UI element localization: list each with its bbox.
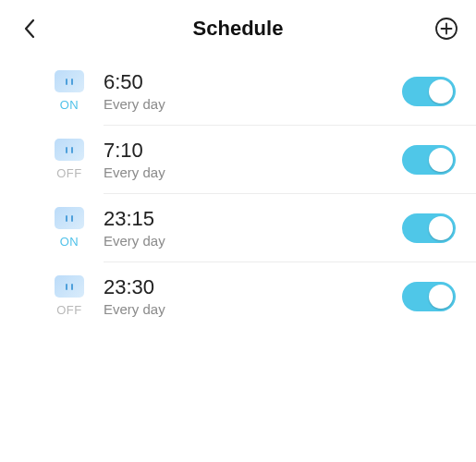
schedule-action-indicator: ON — [41, 70, 98, 112]
plus-circle-icon — [434, 17, 458, 41]
schedule-row[interactable]: OFF 7:10 Every day — [0, 126, 476, 193]
schedule-action-label: OFF — [56, 166, 82, 180]
schedule-repeat: Every day — [104, 233, 264, 249]
add-schedule-button[interactable] — [433, 16, 459, 42]
chevron-left-icon — [22, 18, 37, 39]
schedule-repeat: Every day — [104, 164, 264, 180]
schedule-info: 23:15 Every day — [98, 207, 264, 248]
schedule-row[interactable]: OFF 23:30 Every day — [0, 262, 476, 330]
schedule-info: 6:50 Every day — [98, 70, 264, 111]
schedule-action-label: ON — [60, 98, 79, 112]
schedule-time: 7:10 — [104, 139, 264, 162]
schedule-repeat: Every day — [104, 96, 264, 112]
toggle-knob — [429, 216, 453, 240]
outlet-icon — [55, 139, 84, 161]
schedule-action-label: OFF — [56, 303, 82, 317]
schedule-enable-toggle[interactable] — [402, 77, 456, 106]
page-title: Schedule — [193, 17, 284, 41]
outlet-icon — [55, 70, 84, 92]
schedule-info: 23:30 Every day — [98, 275, 264, 316]
outlet-icon — [55, 275, 84, 298]
schedule-time: 6:50 — [104, 70, 264, 93]
schedule-action-indicator: OFF — [41, 275, 98, 317]
schedule-list: ON 6:50 Every day OFF 7:10 Every day ON … — [0, 57, 476, 330]
schedule-enable-toggle[interactable] — [402, 213, 456, 243]
schedule-time: 23:15 — [104, 207, 264, 230]
header-bar: Schedule — [0, 0, 476, 57]
toggle-knob — [429, 79, 453, 103]
schedule-row[interactable]: ON 6:50 Every day — [0, 57, 476, 125]
toggle-knob — [429, 285, 453, 309]
schedule-info: 7:10 Every day — [98, 139, 264, 179]
outlet-icon — [55, 207, 84, 229]
schedule-row[interactable]: ON 23:15 Every day — [0, 194, 476, 261]
schedule-action-label: ON — [60, 235, 79, 249]
schedule-enable-toggle[interactable] — [402, 145, 456, 175]
back-button[interactable] — [17, 16, 43, 42]
schedule-enable-toggle[interactable] — [402, 282, 456, 311]
schedule-time: 23:30 — [104, 275, 264, 298]
schedule-action-indicator: ON — [41, 207, 98, 249]
schedule-action-indicator: OFF — [41, 139, 98, 180]
toggle-knob — [429, 148, 453, 172]
schedule-repeat: Every day — [104, 301, 264, 317]
